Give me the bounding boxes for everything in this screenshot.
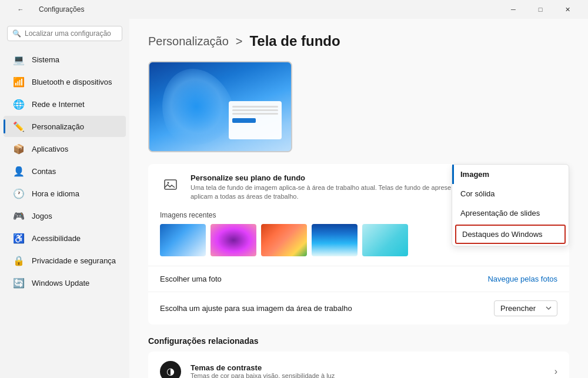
preview-button <box>232 118 256 123</box>
contas-icon: 👤 <box>13 165 25 177</box>
search-input[interactable] <box>25 29 117 38</box>
back-icon: ← <box>18 6 24 13</box>
choose-photo-row: Escolher uma foto Navegue pelas fotos <box>148 266 569 292</box>
titlebar: ← Configurações ─ □ ✕ <box>0 0 588 19</box>
personalizacao-icon: ✏️ <box>13 121 25 132</box>
windows-update-icon: 🔄 <box>13 277 25 289</box>
sidebar-item-label: Windows Update <box>32 279 89 287</box>
dropdown-item-imagem[interactable]: Imagem <box>452 165 569 184</box>
titlebar-left: ← Configurações <box>7 0 84 19</box>
sidebar-item-label: Aplicativos <box>32 145 68 153</box>
wallpaper-type-icon <box>160 175 181 196</box>
breadcrumb-parent[interactable]: Personalização <box>148 35 229 48</box>
bluetooth-icon: 📶 <box>13 76 25 88</box>
preview-line-1 <box>232 106 278 108</box>
acessibilidade-icon: ♿ <box>13 232 25 244</box>
sidebar-item-personalizacao[interactable]: ✏️ Personalização <box>4 116 126 137</box>
page-header: Personalização > Tela de fundo <box>148 33 569 49</box>
preview-line-2 <box>232 109 278 111</box>
fit-right: Preencher Ajustar Alongar Lado a lado Ce… <box>494 300 557 316</box>
sidebar-item-label: Acessibilidade <box>32 234 81 243</box>
rede-icon: 🌐 <box>13 98 25 110</box>
sidebar-item-jogos[interactable]: 🎮 Jogos <box>4 205 126 226</box>
thumbnail-4[interactable] <box>312 224 358 256</box>
breadcrumb-separator: > <box>236 35 243 48</box>
sidebar-item-label: Privacidade e segurança <box>32 256 116 265</box>
sidebar-item-label: Hora e idioma <box>32 189 79 198</box>
sidebar-item-sistema[interactable]: 💻 Sistema <box>4 49 126 70</box>
temas-contraste-icon: ◑ <box>160 361 181 378</box>
related-settings-card: ◑ Temas de contraste Temas de cor para b… <box>148 352 569 378</box>
privacidade-icon: 🔒 <box>13 255 25 266</box>
sidebar-item-rede[interactable]: 🌐 Rede e Internet <box>4 93 126 115</box>
temas-contraste-desc: Temas de cor para baixa visão, sensibili… <box>191 372 545 378</box>
app-body: 🔍 💻 Sistema 📶 Bluetooth e dispositivos 🌐… <box>0 19 588 378</box>
maximize-button[interactable]: □ <box>527 0 554 19</box>
sidebar-item-label: Contas <box>32 167 56 176</box>
sidebar-item-label: Jogos <box>32 212 52 220</box>
fit-select-row: Escolha um ajuste para sua imagem da áre… <box>148 292 569 325</box>
sidebar-item-label: Bluetooth e dispositivos <box>32 78 112 86</box>
sistema-icon: 💻 <box>13 53 25 65</box>
dropdown-item-slides[interactable]: Apresentação de slides <box>452 203 569 223</box>
related-item-text: Temas de contraste Temas de cor para bai… <box>191 363 545 378</box>
main-content: Personalização > Tela de fundo <box>129 19 588 378</box>
thumbnail-1[interactable] <box>160 224 206 256</box>
sidebar-item-aplicativos[interactable]: 📦 Aplicativos <box>4 138 126 159</box>
sidebar-item-label: Rede e Internet <box>32 100 85 109</box>
minimize-button[interactable]: ─ <box>500 0 527 19</box>
titlebar-title: Configurações <box>39 5 84 14</box>
back-button[interactable]: ← <box>7 0 34 19</box>
fit-label: Escolha um ajuste para sua imagem da áre… <box>160 304 352 313</box>
sidebar-item-bluetooth[interactable]: 📶 Bluetooth e dispositivos <box>4 71 126 92</box>
sidebar-item-label: Personalização <box>32 122 84 131</box>
sidebar-item-acessibilidade[interactable]: ♿ Acessibilidade <box>4 228 126 249</box>
fit-select[interactable]: Preencher Ajustar Alongar Lado a lado Ce… <box>494 300 557 316</box>
thumbnail-2[interactable] <box>211 224 256 256</box>
dropdown-item-cor-solida[interactable]: Cor sólida <box>452 184 569 203</box>
page-title: Tela de fundo <box>249 33 340 49</box>
choose-photo-label: Escolher uma foto <box>160 275 222 283</box>
thumbnail-3[interactable] <box>261 224 307 256</box>
wallpaper-preview <box>148 61 292 152</box>
svg-rect-0 <box>165 180 176 189</box>
temas-contraste-title: Temas de contraste <box>191 363 545 372</box>
sidebar: 🔍 💻 Sistema 📶 Bluetooth e dispositivos 🌐… <box>0 19 129 378</box>
dropdown-item-destaques[interactable]: Destaques do Windows <box>455 225 566 244</box>
browse-photos-link[interactable]: Navegue pelas fotos <box>487 275 557 283</box>
aplicativos-icon: 📦 <box>13 143 25 155</box>
close-button[interactable]: ✕ <box>554 0 581 19</box>
svg-point-1 <box>168 182 169 184</box>
sidebar-item-hora[interactable]: 🕐 Hora e idioma <box>4 183 126 204</box>
preview-window <box>229 101 282 139</box>
search-box[interactable]: 🔍 <box>7 26 122 41</box>
titlebar-controls: ─ □ ✕ <box>500 0 581 19</box>
sidebar-item-windows-update[interactable]: 🔄 Windows Update <box>4 272 126 293</box>
thumbnail-5[interactable] <box>362 224 408 256</box>
sidebar-item-contas[interactable]: 👤 Contas <box>4 160 126 182</box>
related-item-temas-contraste[interactable]: ◑ Temas de contraste Temas de cor para b… <box>148 352 569 378</box>
related-title: Configurações relacionadas <box>148 336 569 346</box>
preview-background <box>149 62 291 151</box>
sidebar-item-privacidade[interactable]: 🔒 Privacidade e segurança <box>4 250 126 271</box>
sidebar-item-label: Sistema <box>32 55 59 64</box>
preview-line-3 <box>232 113 278 115</box>
wallpaper-type-dropdown: Imagem Cor sólida Apresentação de slides… <box>452 164 569 246</box>
jogos-icon: 🎮 <box>13 210 25 222</box>
chevron-right-icon: › <box>554 366 557 377</box>
search-icon: 🔍 <box>12 29 21 38</box>
hora-icon: 🕐 <box>13 188 25 199</box>
